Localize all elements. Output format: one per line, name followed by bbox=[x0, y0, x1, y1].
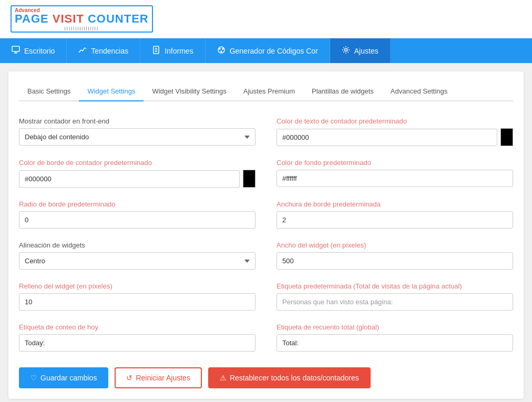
form-grid: Mostrar contador en front-end Debajo del… bbox=[19, 117, 513, 352]
logo-page: PAGE bbox=[15, 12, 53, 25]
input-etiqueta-total[interactable] bbox=[277, 334, 513, 352]
label-etiqueta-hoy: Etiqueta de conteo de hoy bbox=[19, 323, 255, 331]
logo-bar: Advanced PAGE VISIT COUNTER ||||||||||||… bbox=[0, 0, 532, 38]
color-swatch-borde[interactable] bbox=[243, 170, 255, 188]
nav-label-tendencias: Tendencias bbox=[91, 47, 128, 55]
field-ancho-widget: Ancho del widget (en píxeles) bbox=[277, 241, 513, 270]
label-ancho-widget: Ancho del widget (en píxeles) bbox=[277, 241, 513, 249]
select-mostrar-contador[interactable]: Debajo del contenido Encima del contenid… bbox=[19, 128, 255, 146]
input-radio-borde[interactable] bbox=[19, 211, 255, 229]
save-button[interactable]: ♡ Guardar cambios bbox=[19, 367, 108, 388]
save-label: Guardar cambios bbox=[40, 374, 97, 382]
reset-button[interactable]: ↺ Reiniciar Ajustes bbox=[115, 367, 202, 388]
select-alineacion[interactable]: Centro Izquierda Derecha bbox=[19, 252, 255, 270]
logo-counter: COUNTER bbox=[88, 12, 149, 25]
nav-label-escritorio: Escritorio bbox=[24, 47, 55, 55]
label-color-texto: Color de texto de contador predeterminad… bbox=[277, 117, 513, 125]
input-color-texto[interactable] bbox=[277, 129, 497, 146]
warning-icon: ⚠ bbox=[220, 374, 227, 382]
field-color-fondo: Color de fondo predeterminado bbox=[277, 159, 513, 188]
restore-label: Restablecer todos los datos/contadores bbox=[230, 374, 359, 382]
label-radio-borde: Radio de borde predeterminado bbox=[19, 200, 255, 208]
field-radio-borde: Radio de borde predeterminado bbox=[19, 200, 255, 229]
label-color-borde: Color de borde de contador predeterminad… bbox=[19, 159, 255, 167]
input-anchura-borde[interactable] bbox=[277, 211, 513, 229]
label-mostrar-contador: Mostrar contador en front-end bbox=[19, 117, 255, 125]
palette-icon bbox=[217, 46, 226, 56]
nav-item-ajustes[interactable]: Ajustes bbox=[330, 38, 391, 63]
field-color-texto: Color de texto de contador predeterminad… bbox=[277, 117, 513, 146]
logo-dashes: |||||||||||||||| bbox=[15, 26, 149, 30]
nav-item-generador[interactable]: Generador de Códigos Cor bbox=[206, 38, 330, 63]
heart-icon: ♡ bbox=[30, 374, 37, 382]
monitor-icon bbox=[12, 46, 20, 56]
tab-plantillas[interactable]: Plantillas de widgets bbox=[303, 82, 382, 101]
tab-advanced[interactable]: Advanced Settings bbox=[382, 82, 456, 101]
input-etiqueta-pred[interactable] bbox=[277, 293, 513, 311]
svg-point-9 bbox=[222, 48, 223, 49]
field-etiqueta-hoy: Etiqueta de conteo de hoy bbox=[19, 323, 255, 352]
file-icon bbox=[152, 46, 160, 56]
label-relleno-widget: Relleno del widget (en píxeles) bbox=[19, 282, 255, 290]
label-etiqueta-total: Etiqueta de recuento total (global) bbox=[277, 323, 513, 331]
chart-icon bbox=[78, 46, 87, 56]
logo-visit: VISIT bbox=[53, 12, 88, 25]
label-alineacion: Alineación de widgets bbox=[19, 241, 255, 249]
label-color-fondo: Color de fondo predeterminado bbox=[277, 159, 513, 167]
color-swatch-texto[interactable] bbox=[500, 128, 513, 146]
nav-label-ajustes: Ajustes bbox=[354, 47, 378, 55]
field-mostrar-contador: Mostrar contador en front-end Debajo del… bbox=[19, 117, 255, 146]
svg-point-8 bbox=[219, 48, 220, 49]
label-anchura-borde: Anchura de borde predeterminada bbox=[277, 200, 513, 208]
gear-icon bbox=[342, 46, 350, 56]
restore-button[interactable]: ⚠ Restablecer todos los datos/contadores bbox=[208, 367, 371, 388]
input-etiqueta-hoy[interactable] bbox=[19, 334, 255, 352]
field-anchura-borde: Anchura de borde predeterminada bbox=[277, 200, 513, 229]
label-etiqueta-pred: Etiqueta predeterminada (Total de visita… bbox=[277, 282, 513, 290]
field-color-borde: Color de borde de contador predeterminad… bbox=[19, 159, 255, 188]
tab-widget[interactable]: Widget Settings bbox=[79, 82, 144, 101]
logo-main: PAGE VISIT COUNTER bbox=[15, 13, 149, 25]
field-alineacion: Alineación de widgets Centro Izquierda D… bbox=[19, 241, 255, 270]
buttons-row: ♡ Guardar cambios ↺ Reiniciar Ajustes ⚠ … bbox=[19, 367, 513, 388]
tab-premium[interactable]: Ajustes Premium bbox=[235, 82, 303, 101]
input-relleno-widget[interactable] bbox=[19, 293, 255, 311]
field-etiqueta-total: Etiqueta de recuento total (global) bbox=[277, 323, 513, 352]
tab-basic[interactable]: Basic Settings bbox=[19, 82, 79, 101]
svg-rect-0 bbox=[12, 46, 19, 51]
nav-item-escritorio[interactable]: Escritorio bbox=[0, 38, 67, 63]
refresh-icon: ↺ bbox=[126, 374, 132, 382]
content-area: Basic Settings Widget Settings Widget Vi… bbox=[8, 71, 524, 399]
svg-point-10 bbox=[221, 51, 222, 52]
nav-item-tendencias[interactable]: Tendencias bbox=[67, 38, 140, 63]
svg-point-11 bbox=[344, 49, 347, 51]
reset-label: Reiniciar Ajustes bbox=[136, 374, 190, 382]
tab-visibility[interactable]: Widget Visibility Settings bbox=[144, 82, 234, 101]
input-color-fondo[interactable] bbox=[277, 170, 513, 187]
field-relleno-widget: Relleno del widget (en píxeles) bbox=[19, 282, 255, 311]
nav-label-informes: Informes bbox=[165, 47, 193, 55]
tabs: Basic Settings Widget Settings Widget Vi… bbox=[19, 82, 513, 101]
nav-item-informes[interactable]: Informes bbox=[140, 38, 205, 63]
field-etiqueta-pred: Etiqueta predeterminada (Total de visita… bbox=[277, 282, 513, 311]
input-color-borde[interactable] bbox=[19, 170, 240, 188]
input-ancho-widget[interactable] bbox=[277, 252, 513, 270]
nav-label-generador: Generador de Códigos Cor bbox=[230, 47, 318, 55]
logo: Advanced PAGE VISIT COUNTER ||||||||||||… bbox=[11, 5, 153, 33]
nav-bar: Escritorio Tendencias Informes Generador… bbox=[0, 38, 532, 63]
